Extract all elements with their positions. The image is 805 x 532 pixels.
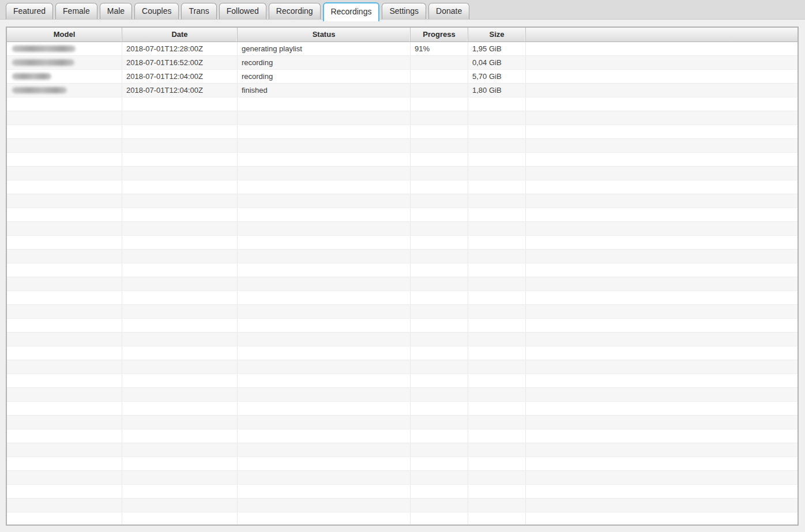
tab-trans[interactable]: Trans (181, 3, 216, 19)
table-row[interactable]: 2018-07-01T12:28:00Z generating playlist… (7, 42, 798, 56)
cell-extra (526, 291, 798, 304)
tab-followed[interactable]: Followed (219, 3, 266, 19)
cell-model (7, 416, 122, 429)
cell-progress (411, 291, 468, 304)
cell-extra (526, 457, 798, 470)
table-row[interactable]: 2018-07-01T12:04:00Z recording 5,70 GiB (7, 70, 798, 84)
cell-status (238, 305, 411, 318)
cell-model (7, 360, 122, 373)
cell-extra (526, 443, 798, 456)
cell-progress (411, 139, 468, 152)
table-row[interactable]: 2018-07-01T16:52:00Z recording 0,04 GiB (7, 56, 798, 70)
cell-model (7, 250, 122, 263)
table-row-empty (7, 305, 798, 319)
cell-progress (411, 97, 468, 111)
tab-featured[interactable]: Featured (6, 3, 53, 19)
cell-date: 2018-07-01T12:04:00Z (122, 70, 238, 83)
table-row-empty (7, 457, 798, 471)
cell-progress (411, 485, 468, 498)
cell-size (468, 485, 526, 498)
cell-size (468, 429, 526, 443)
table-row-empty (7, 208, 798, 222)
tab-male[interactable]: Male (100, 3, 132, 19)
tab-couples[interactable]: Couples (134, 3, 179, 19)
cell-extra (526, 333, 798, 346)
cell-size (468, 236, 526, 249)
cell-size (468, 111, 526, 124)
cell-progress (411, 125, 468, 138)
tab-female[interactable]: Female (55, 3, 97, 19)
cell-model (7, 457, 122, 470)
cell-progress (411, 194, 468, 207)
table-row-empty (7, 402, 798, 416)
cell-date: 2018-07-01T12:04:00Z (122, 84, 238, 97)
cell-status (238, 291, 411, 304)
table-row-empty (7, 388, 798, 402)
cell-model (7, 139, 122, 152)
cell-progress (411, 402, 468, 415)
column-header-progress[interactable]: Progress (411, 28, 468, 41)
cell-size (468, 471, 526, 484)
cell-status (238, 471, 411, 484)
cell-date (122, 305, 238, 318)
cell-progress (411, 443, 468, 456)
cell-extra (526, 388, 798, 401)
cell-model (7, 263, 122, 277)
cell-extra (526, 208, 798, 221)
cell-model (7, 42, 122, 55)
cell-extra (526, 471, 798, 484)
cell-progress (411, 180, 468, 194)
cell-size (468, 291, 526, 304)
cell-extra (526, 167, 798, 180)
cell-progress (411, 471, 468, 484)
cell-extra (526, 374, 798, 387)
tab-recordings[interactable]: Recordings (323, 2, 380, 21)
cell-progress (411, 374, 468, 387)
cell-status (238, 222, 411, 235)
column-header-extra[interactable] (526, 28, 798, 41)
cell-progress (411, 429, 468, 443)
cell-size (468, 402, 526, 415)
cell-size: 1,95 GiB (468, 42, 526, 55)
table-row-empty (7, 263, 798, 277)
cell-size (468, 443, 526, 456)
cell-status (238, 250, 411, 263)
column-header-date[interactable]: Date (122, 28, 238, 41)
cell-size (468, 319, 526, 332)
cell-date (122, 512, 238, 526)
cell-progress (411, 167, 468, 180)
cell-date (122, 416, 238, 429)
cell-model (7, 236, 122, 249)
cell-model (7, 305, 122, 318)
cell-progress (411, 319, 468, 332)
cell-model (7, 388, 122, 401)
table-row[interactable]: 2018-07-01T12:04:00Z finished 1,80 GiB (7, 84, 798, 97)
cell-status (238, 319, 411, 332)
table-row-empty (7, 222, 798, 236)
cell-status (238, 374, 411, 387)
cell-model (7, 429, 122, 443)
cell-date: 2018-07-01T16:52:00Z (122, 56, 238, 69)
table-row-empty (7, 499, 798, 512)
cell-size (468, 512, 526, 526)
cell-date (122, 208, 238, 221)
cell-date (122, 139, 238, 152)
tab-recording[interactable]: Recording (269, 3, 321, 19)
cell-extra (526, 84, 798, 97)
tab-settings[interactable]: Settings (382, 3, 426, 19)
column-header-model[interactable]: Model (7, 28, 122, 41)
cell-progress (411, 250, 468, 263)
tab-donate[interactable]: Donate (428, 3, 469, 19)
column-header-status[interactable]: Status (238, 28, 411, 41)
cell-extra (526, 305, 798, 318)
cell-model (7, 208, 122, 221)
cell-status (238, 429, 411, 443)
recordings-table: ModelDateStatusProgressSize 2018-07-01T1… (6, 27, 799, 526)
table-row-empty (7, 512, 798, 526)
column-header-size[interactable]: Size (468, 28, 526, 41)
cell-extra (526, 42, 798, 55)
cell-date (122, 360, 238, 373)
cell-size (468, 346, 526, 360)
cell-progress (411, 457, 468, 470)
cell-date (122, 125, 238, 138)
